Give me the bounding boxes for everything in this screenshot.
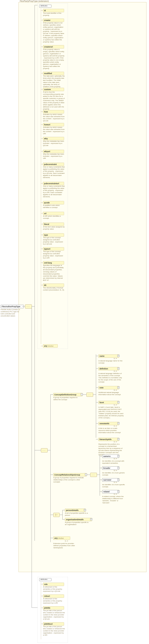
extattr-jobtitleuri-desc: The job title of the person who created … (43, 626, 65, 636)
expand-icon[interactable]: + (117, 401, 120, 403)
expand-icon[interactable]: + (117, 438, 120, 440)
connector (41, 285, 43, 285)
connector (34, 5, 35, 541)
root-type-box[interactable]: FlexAuthorPropType (1, 305, 24, 308)
attr-id-desc: The local identifier of the property. (43, 12, 65, 16)
expand-icon[interactable]: – (81, 394, 83, 396)
connector (32, 306, 32, 608)
expand-icon[interactable]: + (117, 467, 120, 469)
connector (22, 306, 25, 306)
pd-desc: A set of properties specific to a person (65, 512, 90, 516)
connector (59, 515, 62, 515)
connector (62, 510, 65, 510)
connector (100, 454, 100, 496)
def-remoteInfo[interactable]: remoteInfo (98, 422, 119, 425)
connector (100, 456, 102, 456)
rel-narrower[interactable]: narrower (102, 478, 119, 482)
expand-icon[interactable]: + (117, 355, 120, 357)
connector (96, 368, 98, 369)
rel-broader[interactable]: broader (102, 466, 119, 470)
cardinality: 0..∞ (114, 441, 117, 443)
attr-custom[interactable]: custom (43, 88, 64, 91)
cardinality: 0..∞ (65, 540, 68, 542)
rel-narrower-desc: An identifier of a more specific concept… (102, 484, 125, 488)
attr-howuri-desc: Indicates by which means the value was e… (43, 126, 65, 135)
expand-icon[interactable]: + (117, 386, 120, 388)
attr-pubconstraint[interactable]: pubconstraint (43, 163, 64, 166)
rel-sameAs[interactable]: sameAs (102, 454, 119, 458)
extattr-jobtitle[interactable]: jobtitle (43, 606, 64, 610)
expand-icon[interactable]: + (117, 478, 120, 481)
expand-icon[interactable]: + (117, 422, 120, 424)
any-other-element[interactable]: any ##other (53, 536, 70, 540)
attr-qcode[interactable]: qcode (43, 201, 64, 204)
cardinality: 0..∞ (114, 358, 117, 360)
connector (100, 492, 102, 492)
def-facet[interactable]: facet (98, 401, 119, 404)
attr-qcode-desc: A qualified code which identifies a conc… (43, 204, 65, 208)
expand-icon[interactable]: + (117, 490, 120, 492)
connector (83, 394, 86, 395)
attr-id[interactable]: id (43, 9, 64, 12)
rel-related[interactable]: related (102, 490, 119, 494)
any-other-value: ##other (48, 345, 53, 347)
def-hierarchyInfo[interactable]: hierarchyInfo (98, 438, 119, 441)
connector (93, 394, 96, 395)
def-name[interactable]: name (98, 354, 119, 358)
expand-icon[interactable]: + (90, 518, 92, 520)
connector (50, 394, 51, 542)
any-other-attr[interactable]: any ##other (43, 344, 58, 348)
attr-literal[interactable]: literal (43, 222, 64, 226)
attr-pubconstrainturi[interactable]: pubconstrainturi (43, 182, 64, 185)
rel-broader-desc: An identifier of a more generic concept. (102, 472, 125, 476)
def-facet-desc: In NAR 1.8 and later, facet is deprecate… (98, 406, 124, 419)
attr-custom-desc: If set to true the corresponding propert… (43, 91, 65, 110)
expand-icon[interactable]: + (117, 368, 120, 370)
any-desc: Extension point for provider-defined pro… (53, 542, 79, 549)
connector (100, 480, 102, 480)
attr-why-desc: Why the metadata has been included - exp… (43, 140, 65, 146)
rel-sameAs-desc: An identifier of a concept with equivale… (102, 460, 125, 464)
concept-relationships-group[interactable]: ConceptRelationshipsGroup (53, 473, 87, 476)
expand-icon[interactable]: + (84, 509, 86, 511)
extattr-role[interactable]: role (43, 582, 64, 586)
organisation-details[interactable]: organisationDetails (65, 518, 92, 521)
attr-xml:lang[interactable]: xml:lang (43, 261, 64, 264)
attr-dir[interactable]: dir (43, 284, 64, 287)
connector (41, 8, 41, 344)
connector (41, 89, 43, 90)
connector (41, 73, 43, 74)
attr-uri-desc: A URI which identifies a concept. (43, 215, 65, 220)
cardinality: 0..∞ (114, 481, 117, 483)
expand-icon[interactable]: + (117, 455, 120, 457)
connector (41, 202, 43, 203)
connector (41, 213, 43, 214)
connector (62, 519, 65, 520)
attr-why[interactable]: why (43, 137, 64, 140)
connector (41, 584, 43, 584)
attr-uri[interactable]: uri (43, 212, 64, 215)
extattr-roleuri[interactable]: roleuri (43, 594, 64, 598)
person-details[interactable]: personDetails (65, 508, 86, 512)
expand-icon[interactable]: – (85, 474, 87, 476)
connector (41, 262, 43, 263)
def-definition[interactable]: definition (98, 367, 119, 370)
def-note[interactable]: note (98, 386, 119, 390)
attr-how-desc: Indicates by which means the value was e… (43, 114, 65, 122)
attr-creator[interactable]: creator (43, 18, 64, 22)
def-remoteInfo-desc: A link to an item or a web resource whic… (98, 427, 124, 434)
concept-definition-group[interactable]: ConceptDefinitionGroup (53, 393, 82, 396)
connector (50, 515, 53, 515)
connector (41, 346, 43, 346)
attr-typeuri[interactable]: typeuri (43, 247, 64, 250)
attr-whyuri[interactable]: whyuri (43, 150, 64, 153)
attr-creatoruri[interactable]: creatoruri (43, 45, 64, 48)
od-desc: A group of properties specific to an org… (65, 522, 90, 526)
connector (50, 394, 53, 395)
attr-modified[interactable]: modified (43, 72, 64, 75)
attr-type[interactable]: type (43, 233, 64, 237)
attr-howuri[interactable]: howuri (43, 123, 64, 126)
extattr-jobtitleuri[interactable]: jobtitleuri (43, 622, 64, 626)
connector (96, 388, 98, 388)
attr-how[interactable]: how (43, 110, 64, 114)
